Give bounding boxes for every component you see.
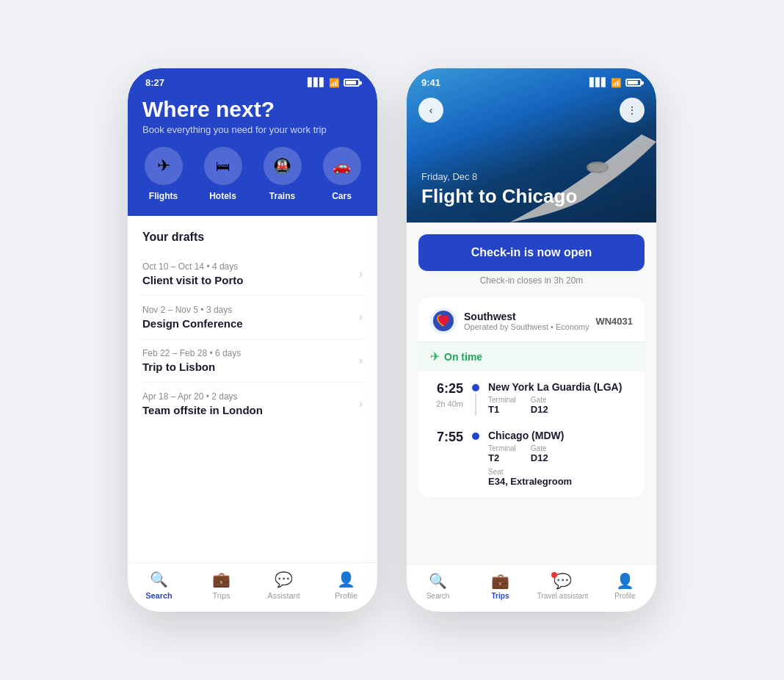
chevron-right-icon-0: ›: [359, 267, 363, 281]
cat-trains[interactable]: 🚇 Trains: [253, 147, 312, 201]
status-bar-1: 8:27 ▋▋▋ 📶: [128, 68, 377, 91]
flight-card: Southwest Operated by Southwest • Econom…: [418, 297, 645, 497]
cars-icon-circle: 🚗: [323, 147, 361, 185]
draft-info-0: Oct 10 – Oct 14 • 4 days Client visit to…: [142, 261, 244, 286]
flight-number: WN4031: [595, 316, 633, 327]
nav-assistant[interactable]: 💬 Assistant: [253, 571, 315, 600]
trips-nav2-icon: 💼: [491, 572, 509, 590]
checkin-closes-text: Check-in closes in 3h 20m: [418, 275, 645, 286]
seat-value: E34, Extralegroom: [488, 476, 572, 487]
nav-trips[interactable]: 💼 Trips: [190, 571, 253, 600]
hero-text: Friday, Dec 8 Flight to Chicago: [421, 171, 577, 208]
profile-nav2-label: Profile: [614, 592, 635, 600]
draft-name-1: Design Conference: [142, 317, 243, 330]
status-icons-1: ▋▋▋ 📶: [308, 78, 360, 88]
category-icons: ✈ Flights 🛏 Hotels 🚇 Trains: [128, 147, 377, 201]
signal-icon: ▋▋▋: [308, 78, 325, 87]
route-line-arr: [472, 430, 479, 440]
more-options-button[interactable]: ⋮: [620, 98, 645, 123]
dep-terminal-value: T1: [488, 404, 516, 415]
seat-label: Seat: [488, 468, 572, 476]
chevron-right-icon-1: ›: [359, 311, 363, 324]
ontime-badge: ✈ On time: [418, 342, 645, 371]
draft-dates-3: Apr 18 – Apr 20 • 2 days: [142, 391, 263, 402]
phone-2: 9:41 ▋▋▋ 📶 ‹ ⋮ Friday, Dec 8 Flight to C…: [407, 68, 656, 612]
route-dot-dep: [472, 384, 479, 391]
departure-time: 6:25: [430, 381, 463, 397]
notification-dot: [551, 572, 557, 578]
draft-dates-2: Feb 22 – Feb 28 • 6 days: [142, 348, 241, 358]
airline-info: Southwest Operated by Southwest • Econom…: [430, 308, 595, 334]
profile-nav2-icon: 👤: [616, 572, 634, 590]
draft-info-2: Feb 22 – Feb 28 • 6 days Trip to Lisbon: [142, 348, 241, 373]
flights-icon-circle: ✈: [145, 147, 183, 185]
route-line-dep: [472, 381, 479, 418]
arr-gate-label: Gate: [531, 444, 548, 452]
draft-info-1: Nov 2 – Nov 5 • 3 days Design Conference: [142, 305, 243, 330]
nav2-trips[interactable]: 💼 Trips: [469, 572, 531, 600]
route-dot-arr: [472, 433, 479, 440]
trains-label: Trains: [269, 191, 295, 201]
nav-search[interactable]: 🔍 Search: [128, 571, 190, 600]
phone1-header: 8:27 ▋▋▋ 📶 Where next? Book everything y…: [128, 68, 377, 216]
battery-icon: [344, 79, 360, 87]
trips-nav-icon: 💼: [212, 571, 231, 588]
route-section: 6:25 2h 40m New York La Guardia (LGA) Te: [418, 371, 645, 497]
hotels-icon-circle: 🛏: [204, 147, 242, 185]
arrival-info: Chicago (MDW) Terminal T2 Gate D12: [488, 430, 572, 487]
arrival-time: 7:55: [430, 430, 463, 445]
arrival-time-col: 7:55: [430, 430, 463, 445]
airline-logo: [430, 308, 457, 334]
profile-nav-label: Profile: [335, 591, 357, 600]
arr-terminal: Terminal T2: [488, 444, 516, 463]
phone2-hero: 9:41 ▋▋▋ 📶 ‹ ⋮ Friday, Dec 8 Flight to C…: [407, 68, 656, 223]
search-nav2-icon: 🔍: [429, 572, 447, 590]
bottom-nav-2: 🔍 Search 💼 Trips 💬 Travel assistant 👤 Pr…: [407, 564, 656, 612]
dep-terminal: Terminal T1: [488, 396, 516, 415]
hero-flight-title: Flight to Chicago: [421, 185, 577, 208]
draft-item-2[interactable]: Feb 22 – Feb 28 • 6 days Trip to Lisbon …: [142, 339, 363, 383]
nav2-search[interactable]: 🔍 Search: [407, 572, 469, 600]
airline-sub: Operated by Southwest • Economy: [464, 322, 589, 331]
trips-nav2-label: Trips: [492, 592, 509, 600]
time-1: 8:27: [145, 77, 164, 88]
status-icons-2: ▋▋▋ 📶: [589, 78, 642, 88]
draft-item-0[interactable]: Oct 10 – Oct 14 • 4 days Client visit to…: [142, 253, 363, 296]
phone1-title-area: Where next? Book everything you need for…: [128, 91, 377, 135]
plane-icon: ✈: [430, 350, 440, 363]
departure-time-col: 6:25 2h 40m: [430, 381, 463, 408]
departure-info: New York La Guardia (LGA) Terminal T1 Ga…: [488, 381, 622, 415]
phone-1: 8:27 ▋▋▋ 📶 Where next? Book everything y…: [128, 68, 377, 612]
ontime-text: On time: [444, 351, 482, 363]
arrival-meta: Terminal T2 Gate D12: [488, 444, 572, 463]
nav-profile[interactable]: 👤 Profile: [315, 571, 377, 600]
departure-stop: 6:25 2h 40m New York La Guardia (LGA) Te: [430, 381, 633, 418]
dep-gate-label: Gate: [531, 396, 548, 404]
search-nav2-label: Search: [427, 592, 450, 600]
draft-name-2: Trip to Lisbon: [142, 361, 241, 373]
cat-hotels[interactable]: 🛏 Hotels: [193, 147, 253, 201]
cars-label: Cars: [332, 191, 352, 201]
nav2-travel-assistant[interactable]: 💬 Travel assistant: [531, 572, 594, 600]
flight-duration: 2h 40m: [430, 399, 463, 408]
dep-gate-value: D12: [531, 404, 548, 415]
back-button[interactable]: ‹: [418, 98, 443, 123]
checkin-button[interactable]: Check-in is now open: [418, 234, 645, 271]
cars-icon: 🚗: [333, 157, 351, 175]
chevron-right-icon-2: ›: [359, 354, 363, 367]
nav2-profile[interactable]: 👤 Profile: [594, 572, 656, 600]
phone2-content: Check-in is now open Check-in closes in …: [407, 223, 656, 564]
draft-item-3[interactable]: Apr 18 – Apr 20 • 2 days Team offsite in…: [142, 383, 363, 425]
cat-flights[interactable]: ✈ Flights: [134, 147, 193, 201]
assistant-nav-label: Assistant: [267, 591, 300, 600]
status-bar-2: 9:41 ▋▋▋ 📶: [407, 68, 656, 91]
draft-item-1[interactable]: Nov 2 – Nov 5 • 3 days Design Conference…: [142, 296, 363, 339]
search-nav-label: Search: [145, 591, 173, 600]
seat-row: Seat E34, Extralegroom: [488, 468, 572, 487]
wifi-icon-2: 📶: [611, 78, 622, 88]
checkin-btn-wrap: Check-in is now open Check-in closes in …: [407, 223, 656, 297]
search-nav-icon: 🔍: [150, 571, 168, 588]
flights-icon: ✈: [157, 156, 170, 176]
wifi-icon: 📶: [329, 78, 340, 88]
cat-cars[interactable]: 🚗 Cars: [312, 147, 371, 201]
